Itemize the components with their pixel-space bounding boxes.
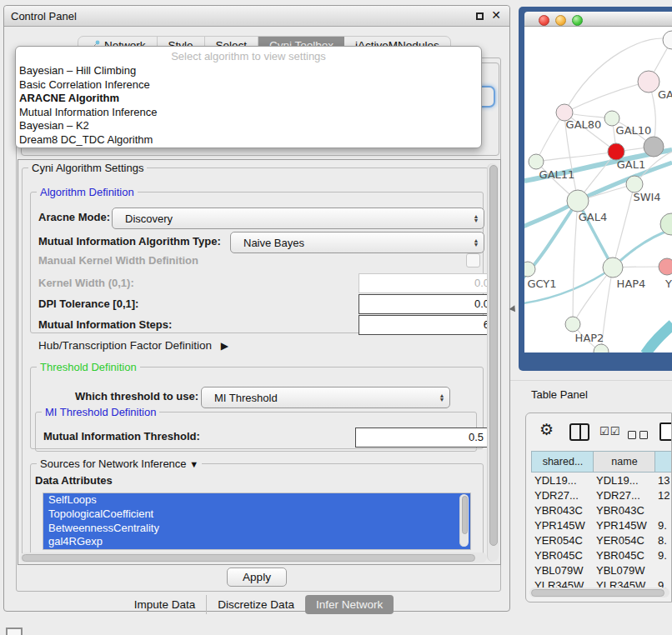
table-cell[interactable]: 8.	[658, 534, 667, 547]
attribute-list-scrollbar[interactable]	[459, 494, 469, 547]
table-cell[interactable]: YDR27...	[534, 489, 579, 502]
table-cell[interactable]: YBL079W	[534, 564, 584, 577]
apply-button[interactable]: Apply	[227, 568, 287, 587]
algorithm-option[interactable]: Basic Correlation Inference	[16, 78, 481, 92]
attribute-item[interactable]: TopologicalCoefficient	[43, 508, 470, 522]
node-label-gcy1: GCY1	[527, 278, 556, 290]
manual-kernel-checkbox[interactable]	[466, 253, 480, 268]
network-canvas[interactable]: GAL8GAL80GAL10GAL1GAL11SWI4GAL4GCY1HAP4Y…	[524, 27, 672, 352]
table-cell[interactable]: 12	[658, 489, 669, 502]
table-cell[interactable]: YER054C	[596, 534, 644, 547]
bottom-tabs: Impute DataDiscretize DataInfer Network	[16, 595, 501, 614]
aracne-mode-combo[interactable]: Discovery ▲▼	[112, 208, 484, 229]
table-cell[interactable]: YPR145W	[596, 519, 647, 532]
table-cell[interactable]: YDL19...	[596, 474, 639, 487]
settings-vertical-scrollbar-thumb[interactable]	[489, 165, 498, 546]
algorithm-option[interactable]: Dream8 DC_TDC Algorithm	[16, 133, 481, 148]
bottom-tab-impute-data[interactable]: Impute Data	[123, 595, 207, 614]
table-cell[interactable]: YBR045C	[534, 549, 583, 562]
mi-type-combo[interactable]: Naive Bayes ▲▼	[230, 232, 484, 253]
node-label-gal8: GAL8	[658, 88, 672, 101]
attribute-item[interactable]: SelfLoops	[43, 493, 470, 508]
table-row[interactable]: YBR043CYBR043C	[526, 502, 672, 518]
dpi-tolerance-field[interactable]: 0.0	[359, 294, 490, 314]
kernel-width-label: Kernel Width (0,1):	[38, 274, 134, 292]
control-panel-titlebar[interactable]: Control Panel ✕	[4, 6, 509, 27]
close-icon[interactable]: ✕	[491, 8, 501, 22]
network-node-gcy1[interactable]	[524, 262, 535, 277]
table-row[interactable]: YDR27...YDR27...12	[526, 488, 672, 502]
settings-gear-icon[interactable]: ⚙	[539, 422, 554, 438]
zoom-traffic-light[interactable]	[572, 15, 583, 26]
mi-threshold-field[interactable]: 0.5	[355, 428, 490, 448]
algorithm-option[interactable]: ARACNE Algorithm	[16, 92, 481, 106]
table-cell[interactable]: YBR043C	[534, 504, 583, 517]
sources-group-title[interactable]: Sources for Network Inference ▼	[37, 458, 202, 470]
network-node-swi4[interactable]	[626, 176, 643, 192]
column-header-a[interactable]: A	[654, 451, 672, 472]
algorithm-popup-prompt: Select algorithm to view settings	[16, 47, 481, 64]
network-node-hap2[interactable]	[565, 317, 580, 332]
table-row[interactable]: YDL19...YDL19...13	[526, 472, 672, 488]
settings-horizontal-scrollbar[interactable]	[20, 552, 487, 562]
table-cell[interactable]: YBR045C	[596, 549, 644, 562]
table-cell[interactable]: 9.	[658, 519, 667, 532]
network-node[interactable]	[644, 137, 664, 157]
network-node-gal11[interactable]	[529, 154, 544, 169]
attribute-list-scrollbar-thumb[interactable]	[462, 496, 468, 534]
collapsed-panel-button[interactable]	[6, 628, 23, 635]
new-table-icon[interactable]	[659, 422, 672, 441]
table-row[interactable]: YER054CYER054C8.	[526, 532, 672, 548]
settings-vertical-scrollbar[interactable]	[487, 163, 499, 562]
bottom-tab-discretize-data[interactable]: Discretize Data	[206, 595, 305, 614]
network-window-titlebar[interactable]	[524, 12, 672, 27]
float-window-icon[interactable]	[476, 12, 484, 20]
network-node[interactable]	[663, 31, 672, 49]
deselect-columns-icon[interactable]	[628, 428, 651, 442]
close-traffic-light[interactable]	[539, 15, 549, 26]
network-node-gal8[interactable]	[638, 71, 659, 92]
table-cell[interactable]: YDR27...	[596, 489, 640, 502]
select-columns-icon[interactable]: ☑☑	[599, 425, 620, 438]
mi-threshold-label: Mutual Information Threshold:	[43, 428, 200, 446]
table-rows: YDL19...YDL19...13YDR27...YDR27...12YBR0…	[526, 472, 672, 592]
minimize-traffic-light[interactable]	[555, 15, 566, 26]
table-cell[interactable]: YPR145W	[534, 519, 585, 532]
network-node-gal1[interactable]	[608, 143, 624, 160]
table-cell[interactable]: YDL19...	[534, 474, 577, 487]
table-cell[interactable]: 13	[658, 474, 669, 487]
attribute-item[interactable]: BetweennessCentrality	[43, 522, 470, 536]
threshold-definition-title: Threshold Definition	[37, 361, 140, 373]
which-threshold-combo[interactable]: MI Threshold ▲▼	[201, 387, 450, 408]
node-label-y: Y	[664, 278, 672, 290]
column-header-shared-[interactable]: shared...	[531, 451, 594, 472]
settings-horizontal-scrollbar-thumb[interactable]	[22, 554, 475, 562]
table-row[interactable]: YPR145WYPR145W9.	[526, 518, 672, 532]
algorithm-option[interactable]: Bayesian – K2	[16, 119, 481, 133]
table-cell[interactable]: YER054C	[534, 534, 583, 547]
table-horizontal-scrollbar-thumb[interactable]	[531, 589, 664, 597]
table-row[interactable]: YBR045CYBR045C9.	[526, 548, 672, 562]
split-columns-icon[interactable]	[569, 423, 589, 441]
table-horizontal-scrollbar[interactable]	[529, 588, 669, 598]
control-panel-title: Control Panel	[11, 10, 77, 22]
node-label-gal1: GAL1	[617, 158, 645, 171]
hub-definition-toggle[interactable]: Hub/Transcription Factor Definition ▶	[38, 338, 228, 353]
table-row[interactable]: YBL079WYBL079W	[526, 562, 672, 578]
bottom-tab-infer-network[interactable]: Infer Network	[305, 595, 394, 614]
attribute-item[interactable]: gal4RGexp	[43, 535, 470, 549]
table-panel-window: ⚙ ☑☑ shared...nameA YDL19...YDL19...13YD…	[525, 412, 672, 602]
network-node-hap4[interactable]	[603, 258, 623, 278]
algorithm-option[interactable]: Bayesian – Hill Climbing	[16, 64, 481, 78]
network-node-y[interactable]	[659, 258, 672, 275]
network-node-gal4[interactable]	[567, 190, 589, 212]
network-node[interactable]	[594, 344, 609, 352]
table-cell[interactable]: YBR043C	[596, 504, 644, 517]
kernel-width-field[interactable]: 0.0	[359, 273, 490, 293]
column-header-name[interactable]: name	[593, 451, 656, 472]
mi-steps-field[interactable]: 6	[359, 315, 490, 335]
node-label-swi4: SWI4	[633, 191, 660, 203]
table-cell[interactable]: 9.	[658, 549, 667, 562]
algorithm-option[interactable]: Mutual Information Inference	[16, 106, 481, 120]
table-cell[interactable]: YBL079W	[596, 564, 645, 577]
